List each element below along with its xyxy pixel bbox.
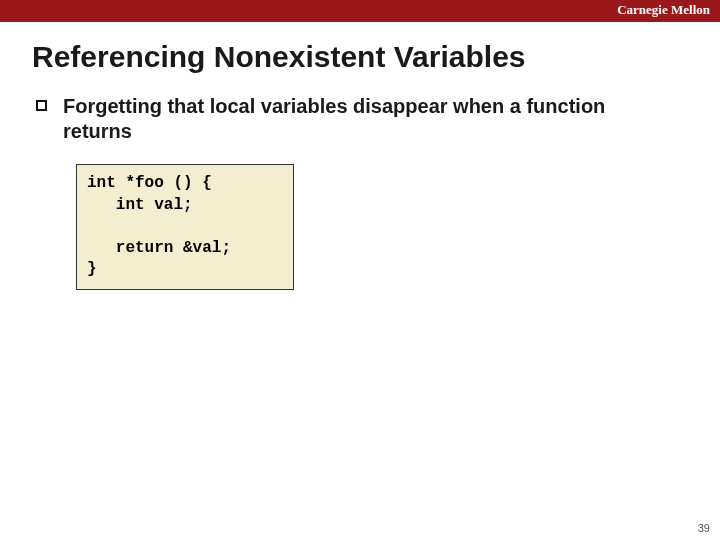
bullet-item: Forgetting that local variables disappea… xyxy=(32,94,688,144)
brand-label: Carnegie Mellon xyxy=(617,2,710,18)
bullet-text: Forgetting that local variables disappea… xyxy=(63,94,663,144)
slide-title: Referencing Nonexistent Variables xyxy=(32,40,688,74)
code-block: int *foo () { int val; return &val; } xyxy=(76,164,294,290)
bullet-marker-icon xyxy=(36,100,47,111)
page-number: 39 xyxy=(698,522,710,534)
slide-body: Referencing Nonexistent Variables Forget… xyxy=(0,22,720,290)
header-bar: Carnegie Mellon xyxy=(0,0,720,22)
